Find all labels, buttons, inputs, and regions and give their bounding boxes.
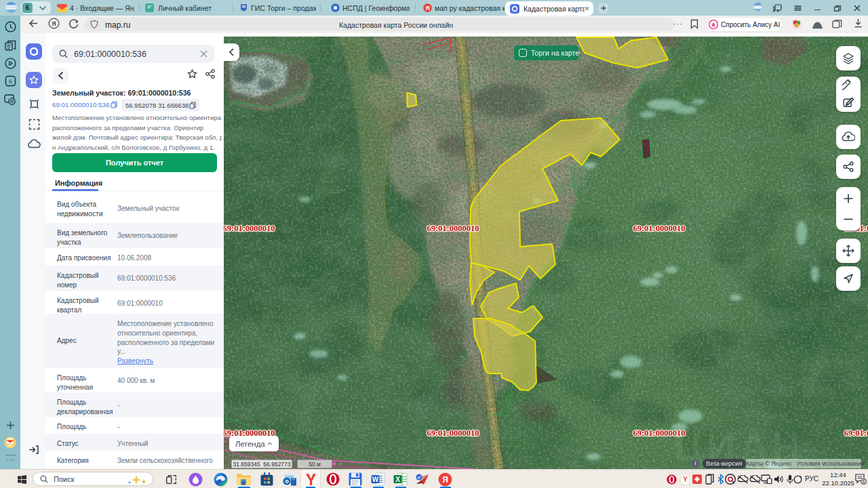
svg-text:W: W <box>372 476 378 483</box>
svg-text:Я: Я <box>442 475 448 485</box>
svg-text:6: 6 <box>862 479 865 484</box>
svg-text:69:01:0000010: 69:01:0000010 <box>224 224 275 233</box>
svg-text:69:01:00000: 69:01:00000 <box>844 428 868 438</box>
svg-text:6: 6 <box>9 78 12 85</box>
svg-text:o: o <box>285 478 288 485</box>
svg-text:Я: Я <box>52 20 56 27</box>
svg-text:69:01:0000010: 69:01:0000010 <box>427 224 479 233</box>
svg-text:X: X <box>395 476 400 483</box>
svg-text:Я: Я <box>425 5 429 12</box>
svg-text:69:01:0000010: 69:01:0000010 <box>427 428 479 438</box>
svg-text:69:01:0000010: 69:01:0000010 <box>633 224 685 233</box>
svg-text:69:01:0000010: 69:01:0000010 <box>633 428 685 438</box>
svg-text:Y: Y <box>683 476 688 483</box>
